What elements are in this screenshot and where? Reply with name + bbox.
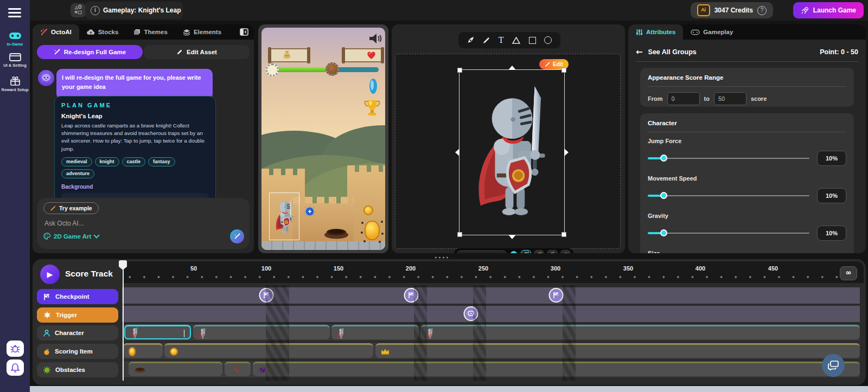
speaker-icon[interactable]: [368, 32, 382, 45]
debug-button[interactable]: [7, 340, 24, 357]
text-tool[interactable]: T: [499, 35, 504, 45]
resize-handle[interactable]: [561, 68, 566, 73]
try-example-button[interactable]: Try example: [43, 202, 99, 214]
infinite-length-button[interactable]: ∞: [840, 266, 857, 280]
resize-handle[interactable]: [508, 235, 516, 239]
tag-pill[interactable]: knight: [95, 157, 119, 166]
tab-elements[interactable]: Elements: [175, 24, 229, 40]
send-button[interactable]: [230, 229, 244, 243]
animation-frame-1[interactable]: [521, 250, 531, 253]
row-button-scoring-item[interactable]: Scoring Item: [37, 344, 118, 359]
collapse-panel-icon[interactable]: [234, 24, 254, 40]
tab-octoai[interactable]: OctoAI: [33, 24, 79, 40]
selection-bounding-box[interactable]: [459, 69, 565, 235]
scoring-clip-3[interactable]: [375, 343, 860, 358]
launch-game-button[interactable]: Launch Game: [793, 2, 864, 18]
row-button-obstacles[interactable]: Obstacles: [37, 362, 118, 377]
redesign-full-game-button[interactable]: Re-design Full Game: [37, 45, 143, 59]
score-to-input[interactable]: [714, 92, 746, 105]
ruler-tick: 400: [695, 265, 705, 272]
obstacles-track[interactable]: [122, 361, 860, 377]
slider-knob[interactable]: [660, 192, 667, 199]
timeline-ruler[interactable]: 50 100 150 200 250 300 350 400 450 ∞: [122, 261, 864, 283]
animation-frame-4[interactable]: [560, 250, 571, 253]
ask-octo-ai-input[interactable]: [43, 219, 197, 228]
resize-handle[interactable]: [457, 232, 462, 237]
controller-grid-button[interactable]: △ʘ✕□: [71, 3, 86, 17]
animation-frame-3[interactable]: [547, 250, 557, 253]
obstacle-clip-2[interactable]: [225, 362, 251, 376]
back-arrow-icon[interactable]: ←: [636, 47, 643, 57]
gravity-slider[interactable]: [648, 233, 809, 234]
animation-frame-2[interactable]: [534, 250, 544, 253]
edit-asset-button[interactable]: Edit Asset: [144, 45, 250, 59]
tab-themes[interactable]: Themes: [126, 24, 175, 40]
credits-badge[interactable]: Ai 3047 Credits ?: [691, 2, 773, 18]
edit-canvas[interactable]: Edit Running ▶: [395, 54, 621, 249]
support-chat-button[interactable]: [822, 354, 845, 377]
slider-knob[interactable]: [660, 229, 667, 236]
character-clip-1-selected[interactable]: [124, 325, 191, 339]
row-label: Scoring Item: [55, 348, 93, 355]
octoai-panel: OctoAI Stocks Themes Elements Re-design …: [33, 24, 254, 253]
see-all-groups-link[interactable]: See All Groups: [648, 48, 697, 56]
tag-pill[interactable]: fantasy: [148, 157, 175, 166]
hamburger-menu[interactable]: [8, 6, 21, 20]
credits-help-icon[interactable]: ?: [757, 6, 767, 15]
trigger-track[interactable]: [122, 306, 860, 322]
info-icon[interactable]: i: [91, 6, 100, 15]
scoring-item-track[interactable]: [122, 343, 860, 359]
obstacle-clip-1[interactable]: [129, 362, 222, 376]
timeline-play-button[interactable]: ▶: [40, 265, 60, 284]
jump-force-slider[interactable]: [648, 158, 809, 159]
sidebar-item-in-game[interactable]: In-Game: [0, 31, 30, 47]
character-clip-4[interactable]: [420, 325, 860, 339]
row-button-character[interactable]: Character: [37, 325, 118, 340]
notifications-button[interactable]: [7, 359, 24, 376]
movement-speed-slider[interactable]: [648, 195, 809, 196]
try-example-label: Try example: [59, 205, 92, 211]
score-from-input[interactable]: [667, 92, 700, 105]
tab-attributes[interactable]: Attributes: [628, 24, 683, 40]
sidebar-item-reward-setup[interactable]: Reward Setup: [0, 76, 30, 93]
lives-banner: [343, 48, 383, 62]
checkpoint-marker-300[interactable]: [549, 288, 564, 303]
resize-handle[interactable]: [561, 232, 566, 237]
circle-tool[interactable]: [544, 36, 552, 44]
pen-tool[interactable]: [467, 36, 475, 44]
pencil-tool[interactable]: [483, 37, 490, 44]
slider-knob[interactable]: [660, 155, 667, 162]
square-tool[interactable]: [529, 37, 536, 44]
art-mode-dropdown[interactable]: 2D Game Art: [43, 233, 243, 240]
character-clip-2[interactable]: [193, 325, 330, 339]
triangle-tool[interactable]: [512, 37, 520, 44]
resize-handle[interactable]: [508, 66, 516, 70]
tag-pill[interactable]: adventure: [61, 169, 94, 178]
row-button-checkpoint[interactable]: Checkpoint: [37, 289, 118, 304]
resize-handle[interactable]: [457, 68, 462, 73]
page-title: Gameplay: Knight's Leap: [103, 7, 181, 14]
scoring-clip-1[interactable]: [123, 343, 163, 358]
tab-stocks[interactable]: Stocks: [79, 24, 126, 40]
preview-knight-selection[interactable]: [269, 192, 299, 240]
virus-icon: [43, 367, 50, 374]
checkpoint-zone-highlight: [414, 285, 427, 381]
animation-play-button[interactable]: ▶: [509, 251, 518, 253]
tag-pill[interactable]: castle: [122, 157, 146, 166]
plan-tags: medieval knight castle fantasy adventure: [61, 157, 209, 178]
sidebar-item-ui-setting[interactable]: UI & Setting: [0, 53, 30, 68]
checkpoint-track[interactable]: [122, 287, 860, 304]
animation-dropdown[interactable]: Running: [457, 250, 507, 253]
character-clip-3[interactable]: [331, 325, 419, 339]
obstacle-clip-3[interactable]: [253, 362, 860, 376]
attributes-panel: Attributes Gameplay ← See All Groups Poi…: [628, 24, 866, 253]
tag-pill[interactable]: medieval: [61, 157, 92, 166]
cake-obstacle: [323, 227, 349, 239]
tab-gameplay[interactable]: Gameplay: [683, 24, 741, 40]
resize-handle[interactable]: [564, 149, 569, 156]
playhead-line[interactable]: [123, 262, 124, 381]
character-track[interactable]: [122, 324, 860, 340]
row-button-trigger[interactable]: Trigger: [37, 307, 118, 323]
resize-handle[interactable]: [455, 149, 459, 156]
game-preview-scene[interactable]: [261, 28, 385, 250]
